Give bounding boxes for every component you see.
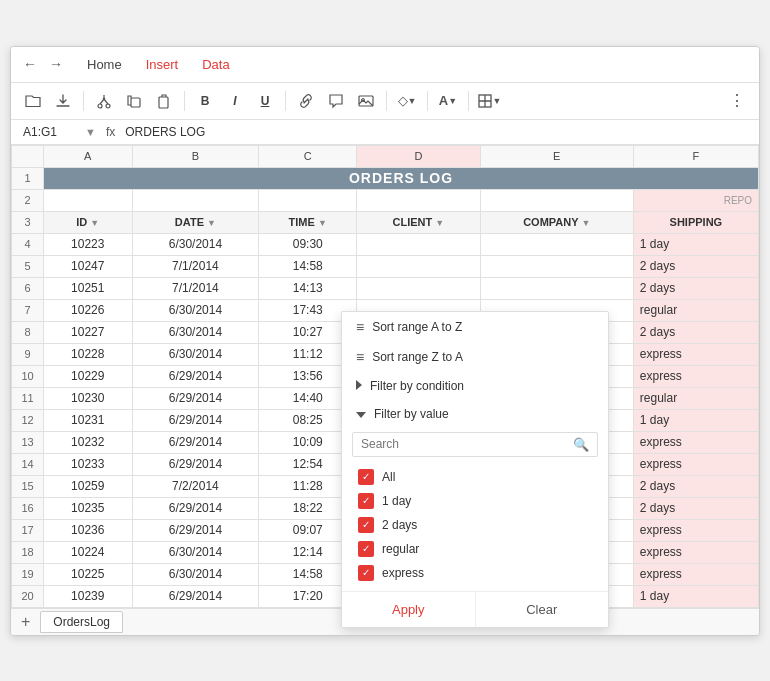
row-num-1: 1 xyxy=(12,167,44,189)
client-filter-icon[interactable]: ▼ xyxy=(435,218,444,228)
checkbox-2days-box[interactable]: ✓ xyxy=(358,517,374,533)
search-box: 🔍 xyxy=(352,432,598,457)
download-icon[interactable] xyxy=(49,87,77,115)
row-num-3: 3 xyxy=(12,211,44,233)
back-arrow-icon[interactable]: ← xyxy=(19,54,41,74)
borders-icon[interactable]: ▼ xyxy=(475,87,503,115)
col-labels-row: 3 ID ▼ DATE ▼ TIME ▼ CLIENT ▼ COMPANY ▼ … xyxy=(12,211,759,233)
svg-point-0 xyxy=(98,104,102,108)
forward-arrow-icon[interactable]: → xyxy=(45,54,67,74)
checkbox-express-label: express xyxy=(382,566,424,580)
nav-arrows: ← → xyxy=(19,54,67,74)
table-row: 6 10251 7/1/2014 14:13 2 days xyxy=(12,277,759,299)
apply-button[interactable]: Apply xyxy=(342,592,475,627)
filter-dropdown: ≡ Sort range A to Z ≡ Sort range Z to A … xyxy=(341,311,609,628)
checkbox-regular-label: regular xyxy=(382,542,419,556)
cut-icon[interactable] xyxy=(90,87,118,115)
tab-bar: Home Insert Data xyxy=(75,53,242,76)
link-icon[interactable] xyxy=(292,87,320,115)
filter-condition-item[interactable]: Filter by condition xyxy=(342,372,608,400)
col-c-header[interactable]: C xyxy=(259,145,357,167)
search-input[interactable] xyxy=(361,437,569,451)
copy-icon[interactable] xyxy=(120,87,148,115)
checkmark-express: ✓ xyxy=(362,567,370,578)
col-f-header[interactable]: F xyxy=(633,145,758,167)
add-sheet-button[interactable]: + xyxy=(15,611,36,633)
sort-za-label: Sort range Z to A xyxy=(372,350,463,364)
checkbox-all-label: All xyxy=(382,470,395,484)
row2-a xyxy=(44,189,133,211)
col-date-label: DATE ▼ xyxy=(132,211,259,233)
row2-b xyxy=(132,189,259,211)
filter-value-item[interactable]: Filter by value xyxy=(342,400,608,428)
col-d-header[interactable]: D xyxy=(357,145,481,167)
checkbox-list: ✓ All ✓ 1 day ✓ 2 days xyxy=(342,461,608,591)
row2-c xyxy=(259,189,357,211)
checkbox-2days[interactable]: ✓ 2 days xyxy=(352,513,598,537)
col-header-row: A B C D E F xyxy=(12,145,759,167)
fx-label: fx xyxy=(102,125,119,139)
col-shipping-label: SHIPPING xyxy=(633,211,758,233)
col-time-label: TIME ▼ xyxy=(259,211,357,233)
corner-cell xyxy=(12,145,44,167)
text-color-icon[interactable]: A ▼ xyxy=(434,87,462,115)
formula-bar: A1:G1 ▼ fx ORDERS LOG xyxy=(11,120,759,145)
tab-home[interactable]: Home xyxy=(75,53,134,76)
checkmark-all: ✓ xyxy=(362,471,370,482)
filter-condition-expand-icon xyxy=(356,379,362,393)
checkbox-2days-label: 2 days xyxy=(382,518,417,532)
sheet-tab-orderslog[interactable]: OrdersLog xyxy=(40,611,123,633)
col-a-header[interactable]: A xyxy=(44,145,133,167)
filter-value-label: Filter by value xyxy=(374,407,449,421)
icon-toolbar: B I U ◇ ▼ A ▼ ▼ ⋮ xyxy=(11,83,759,120)
title-row: 1 ORDERS LOG xyxy=(12,167,759,189)
row-num-2: 2 xyxy=(12,189,44,211)
date-filter-icon[interactable]: ▼ xyxy=(207,218,216,228)
underline-icon[interactable]: U xyxy=(251,87,279,115)
checkbox-regular[interactable]: ✓ regular xyxy=(352,537,598,561)
checkbox-regular-box[interactable]: ✓ xyxy=(358,541,374,557)
row2-d xyxy=(357,189,481,211)
more-options-icon[interactable]: ⋮ xyxy=(723,87,751,115)
row2-e xyxy=(480,189,633,211)
app-window: ← → Home Insert Data B I U xyxy=(10,46,760,636)
sort-az-icon: ≡ xyxy=(356,319,364,335)
company-filter-icon[interactable]: ▼ xyxy=(581,218,590,228)
filter-condition-label: Filter by condition xyxy=(370,379,464,393)
folder-icon[interactable] xyxy=(19,87,47,115)
col-id-label: ID ▼ xyxy=(44,211,133,233)
checkmark-2days: ✓ xyxy=(362,519,370,530)
checkbox-express[interactable]: ✓ express xyxy=(352,561,598,585)
col-e-header[interactable]: E xyxy=(480,145,633,167)
clear-button[interactable]: Clear xyxy=(476,592,609,627)
sort-az-item[interactable]: ≡ Sort range A to Z xyxy=(342,312,608,342)
tab-data[interactable]: Data xyxy=(190,53,241,76)
col-b-header[interactable]: B xyxy=(132,145,259,167)
cell-reference[interactable]: A1:G1 xyxy=(19,123,79,141)
sort-za-item[interactable]: ≡ Sort range Z to A xyxy=(342,342,608,372)
id-filter-icon[interactable]: ▼ xyxy=(90,218,99,228)
image-icon[interactable] xyxy=(352,87,380,115)
checkmark-regular: ✓ xyxy=(362,543,370,554)
fill-color-icon[interactable]: ◇ ▼ xyxy=(393,87,421,115)
col-client-label: CLIENT ▼ xyxy=(357,211,481,233)
checkbox-express-box[interactable]: ✓ xyxy=(358,565,374,581)
spreadsheet-area: A B C D E F 1 ORDERS LOG 2 xyxy=(11,145,759,608)
toolbar-top: ← → Home Insert Data xyxy=(11,47,759,83)
sort-az-label: Sort range A to Z xyxy=(372,320,462,334)
italic-icon[interactable]: I xyxy=(221,87,249,115)
comment-icon[interactable] xyxy=(322,87,350,115)
tab-insert[interactable]: Insert xyxy=(134,53,191,76)
svg-point-1 xyxy=(106,104,110,108)
time-filter-icon[interactable]: ▼ xyxy=(318,218,327,228)
bold-icon[interactable]: B xyxy=(191,87,219,115)
spreadsheet-title-cell: ORDERS LOG xyxy=(44,167,759,189)
col-company-label: COMPANY ▼ xyxy=(480,211,633,233)
checkbox-all[interactable]: ✓ All xyxy=(352,465,598,489)
paste-icon[interactable] xyxy=(150,87,178,115)
filter-value-expand-icon xyxy=(356,407,366,421)
checkbox-1day-box[interactable]: ✓ xyxy=(358,493,374,509)
checkbox-all-box[interactable]: ✓ xyxy=(358,469,374,485)
table-row: 4 10223 6/30/2014 09:30 1 day xyxy=(12,233,759,255)
checkbox-1day[interactable]: ✓ 1 day xyxy=(352,489,598,513)
